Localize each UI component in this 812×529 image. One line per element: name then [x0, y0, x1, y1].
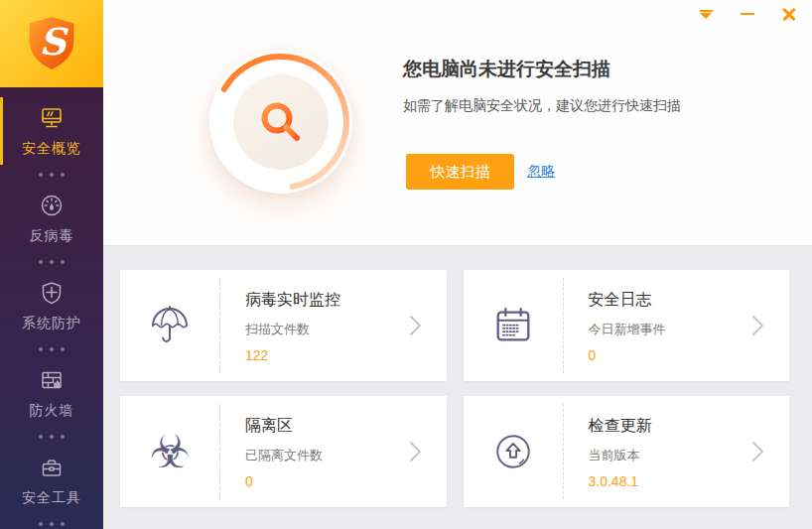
- svg-text:S: S: [40, 20, 69, 64]
- update-arrow-icon: [491, 430, 535, 473]
- chevron-right-icon[interactable]: [751, 440, 765, 463]
- nav-separator-dots: [0, 429, 103, 445]
- card-icon-zone: [464, 396, 563, 507]
- card-realtime-monitor[interactable]: 病毒实时监控 扫描文件数 122: [120, 270, 447, 381]
- sidebar-item-system-protection[interactable]: 系统防护: [0, 270, 103, 341]
- card-icon-zone: [120, 270, 219, 381]
- quick-scan-button[interactable]: 快速扫描: [406, 154, 514, 190]
- card-title: 检查更新: [589, 416, 790, 437]
- chevron-right-icon[interactable]: [751, 314, 765, 337]
- scan-inner-circle: [233, 74, 329, 170]
- titlebar-controls: [693, 4, 802, 24]
- shield-cross-icon: [39, 280, 65, 306]
- firewall-icon: [39, 367, 65, 393]
- sidebar-item-label: 系统防护: [22, 315, 81, 332]
- sidebar-item-firewall[interactable]: 防火墙: [0, 357, 103, 429]
- gauge-icon: [39, 193, 65, 218]
- calendar-icon: [491, 304, 535, 347]
- hero-title: 您电脑尚未进行安全扫描: [403, 57, 610, 82]
- sidebar-item-security-overview[interactable]: 安全概览: [0, 95, 103, 167]
- chevron-right-icon[interactable]: [409, 314, 423, 337]
- ignore-link[interactable]: 忽略: [527, 163, 555, 181]
- card-value: 0: [589, 347, 790, 363]
- main-area: 您电脑尚未进行安全扫描 如需了解电脑安全状况，建议您进行快速扫描 快速扫描 忽略: [103, 0, 812, 529]
- card-value: 0: [245, 473, 447, 489]
- card-security-log[interactable]: 安全日志 今日新增事件 0: [464, 270, 790, 381]
- sidebar-item-label: 反病毒: [30, 227, 74, 245]
- monitor-icon: [39, 105, 65, 131]
- nav-separator-dots: [0, 254, 103, 270]
- nav-separator-dots: [0, 341, 103, 357]
- shield-flame-logo-icon: S: [26, 14, 77, 73]
- card-quarantine[interactable]: ☣ 隔离区 已隔离文件数 0: [120, 396, 447, 507]
- chevron-right-icon[interactable]: [409, 440, 423, 463]
- toolbox-icon: [39, 455, 65, 480]
- sidebar-item-security-tools[interactable]: 安全工具: [0, 445, 103, 516]
- biohazard-icon: ☣: [149, 429, 190, 474]
- minimize-icon[interactable]: [735, 4, 760, 24]
- magnifier-icon: [258, 99, 304, 145]
- card-icon-zone: ☣: [120, 396, 219, 507]
- status-cards-grid: 病毒实时监控 扫描文件数 122: [103, 246, 812, 529]
- menu-arrow-icon[interactable]: [693, 4, 719, 24]
- card-icon-zone: [464, 270, 563, 381]
- hero-subtitle: 如需了解电脑安全状况，建议您进行快速扫描: [403, 97, 681, 115]
- scan-status-circle: [209, 51, 352, 194]
- sidebar-item-label: 安全工具: [22, 489, 81, 507]
- nav-separator-dots: [0, 516, 103, 529]
- sidebar-item-label: 防火墙: [30, 402, 74, 420]
- sidebar: S 安全概览 反病毒: [0, 0, 103, 529]
- app-window: S 安全概览 反病毒: [0, 0, 812, 529]
- hero-scan-section: 您电脑尚未进行安全扫描 如需了解电脑安全状况，建议您进行快速扫描 快速扫描 忽略: [103, 0, 812, 246]
- card-title: 病毒实时监控: [245, 290, 447, 311]
- umbrella-icon: [147, 303, 193, 348]
- sidebar-item-label: 安全概览: [22, 140, 81, 158]
- close-icon[interactable]: [776, 4, 802, 24]
- app-logo: S: [0, 0, 103, 87]
- card-value: 122: [245, 347, 447, 363]
- card-title: 隔离区: [245, 416, 447, 437]
- sidebar-item-antivirus[interactable]: 反病毒: [0, 183, 103, 254]
- sidebar-nav: 安全概览 反病毒 系统防护: [0, 87, 103, 529]
- card-check-update[interactable]: 检查更新 当前版本 3.0.48.1: [464, 396, 790, 507]
- nav-separator-dots: [0, 167, 103, 183]
- card-value: 3.0.48.1: [589, 473, 790, 489]
- card-title: 安全日志: [589, 290, 790, 311]
